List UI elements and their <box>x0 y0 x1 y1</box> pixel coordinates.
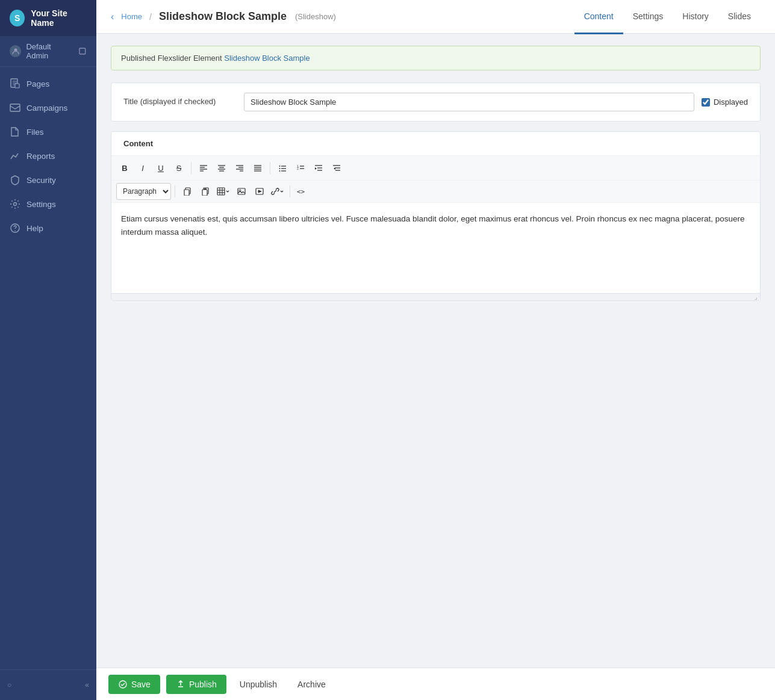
sidebar-nav: Pages Campaigns Files Reports Security <box>0 67 96 669</box>
unpublish-button[interactable]: Unpublish <box>232 675 284 694</box>
svg-rect-44 <box>217 188 225 195</box>
sidebar: S Your Site Name Default Admin Pages Cam… <box>0 0 96 700</box>
archive-button[interactable]: Archive <box>290 675 333 694</box>
sidebar-footer: ○ « <box>0 676 96 694</box>
toolbar-justify-btn[interactable] <box>249 160 266 176</box>
tab-history[interactable]: History <box>673 1 718 34</box>
toolbar-table-btn[interactable] <box>215 183 232 200</box>
sidebar-item-security[interactable]: Security <box>0 168 96 192</box>
sidebar-item-settings[interactable]: Settings <box>0 192 96 216</box>
security-icon <box>10 175 20 185</box>
title-form-section: Title (displayed if checked) Displayed <box>111 82 761 122</box>
tab-settings[interactable]: Settings <box>623 1 673 34</box>
back-button[interactable]: ‹ <box>111 11 114 22</box>
logo-icon: S <box>10 10 25 26</box>
toolbar-bold-btn[interactable]: B <box>116 160 133 176</box>
sidebar-item-reports[interactable]: Reports <box>0 144 96 168</box>
publish-button[interactable]: Publish <box>166 675 226 694</box>
toolbar-media-btn[interactable] <box>251 183 268 200</box>
svg-point-7 <box>14 231 16 232</box>
toolbar-ul-btn[interactable] <box>274 160 291 176</box>
toolbar-sep1 <box>191 162 191 174</box>
svg-text:2.: 2. <box>297 167 299 170</box>
tab-content[interactable]: Content <box>574 1 623 34</box>
title-input-area: Displayed <box>244 93 748 111</box>
toolbar-copy-btn[interactable] <box>179 183 196 200</box>
save-button[interactable]: Save <box>108 675 160 694</box>
header-left: ‹ Home / Slideshow Block Sample (Slidesh… <box>111 10 336 23</box>
title-field-label: Title (displayed if checked) <box>123 96 244 107</box>
sidebar-logo: S Your Site Name <box>0 0 96 36</box>
svg-point-24 <box>279 166 281 167</box>
breadcrumb-home[interactable]: Home <box>121 12 142 21</box>
editor-body[interactable]: Etiam cursus venenatis est, quis accumsa… <box>111 203 760 293</box>
campaigns-label: Campaigns <box>26 104 67 113</box>
reports-icon <box>10 150 20 161</box>
header-tabs: Content Settings History Slides <box>574 0 761 34</box>
banner-prefix: Published Flexslider Element <box>121 54 222 63</box>
main-area: ‹ Home / Slideshow Block Sample (Slidesh… <box>96 0 775 700</box>
toolbar-source-btn[interactable]: <> <box>294 183 308 200</box>
pages-icon <box>10 78 20 89</box>
svg-rect-3 <box>15 84 19 88</box>
toolbar-sep2 <box>270 162 270 174</box>
content-area: Published Flexslider Element Slideshow B… <box>96 34 775 667</box>
sidebar-bottom: ○ « <box>0 669 96 700</box>
title-input[interactable] <box>244 93 694 111</box>
sidebar-loading-indicator: ○ <box>7 681 11 689</box>
pages-label: Pages <box>26 79 49 88</box>
help-icon <box>10 223 20 234</box>
toolbar-ol-btn[interactable]: 1.2. <box>292 160 309 176</box>
sidebar-item-campaigns[interactable]: Campaigns <box>0 96 96 120</box>
editor-content-text: Etiam cursus venenatis est, quis accumsa… <box>121 214 745 237</box>
top-header: ‹ Home / Slideshow Block Sample (Slidesh… <box>96 0 775 34</box>
toolbar-align-center-btn[interactable] <box>213 160 230 176</box>
paragraph-select[interactable]: Paragraph Heading 1 Heading 2 Heading 3 <box>116 183 171 200</box>
toolbar-outdent-btn[interactable] <box>328 160 345 176</box>
settings-icon <box>10 199 20 209</box>
campaigns-icon <box>10 102 20 113</box>
svg-rect-41 <box>184 190 189 196</box>
bottom-bar: Save Publish Unpublish Archive <box>96 667 775 700</box>
sidebar-user[interactable]: Default Admin <box>0 36 96 67</box>
sidebar-item-pages[interactable]: Pages <box>0 72 96 96</box>
svg-rect-49 <box>238 188 245 194</box>
sidebar-collapse-btn[interactable]: « <box>85 681 89 689</box>
toolbar-strikethrough-btn[interactable]: S <box>170 160 187 176</box>
toolbar-sep3 <box>175 185 175 197</box>
svg-point-53 <box>119 681 126 688</box>
page-subtitle: (Slideshow) <box>295 12 336 21</box>
svg-rect-1 <box>79 48 86 54</box>
toolbar-underline-btn[interactable]: U <box>152 160 169 176</box>
security-label: Security <box>26 176 56 185</box>
reports-label: Reports <box>26 152 55 161</box>
toolbar-indent-btn[interactable] <box>310 160 327 176</box>
editor-section-header: Content <box>111 132 760 156</box>
title-form-row: Title (displayed if checked) Displayed <box>111 83 760 121</box>
displayed-checkbox[interactable] <box>702 98 710 107</box>
toolbar-align-left-btn[interactable] <box>195 160 212 176</box>
publish-icon <box>176 680 185 689</box>
sidebar-item-files[interactable]: Files <box>0 120 96 144</box>
published-banner: Published Flexslider Element Slideshow B… <box>111 46 761 70</box>
toolbar-paste-btn[interactable] <box>197 183 214 200</box>
toolbar-italic-btn[interactable]: I <box>134 160 151 176</box>
displayed-checkbox-group: Displayed <box>702 98 748 107</box>
save-icon <box>118 680 128 689</box>
toolbar-link-btn[interactable] <box>269 183 286 200</box>
banner-link[interactable]: Slideshow Block Sample <box>224 54 310 63</box>
svg-rect-43 <box>202 190 207 196</box>
user-name-label: Default Admin <box>26 42 73 60</box>
page-title: Slideshow Block Sample <box>159 10 287 23</box>
user-settings-icon <box>78 47 87 55</box>
toolbar-align-right-btn[interactable] <box>231 160 248 176</box>
editor-section: Content B I U S <box>111 131 761 301</box>
sidebar-item-help[interactable]: Help <box>0 216 96 240</box>
help-label: Help <box>26 224 43 233</box>
files-icon <box>10 126 20 137</box>
editor-resize-handle[interactable]: ⌟ <box>111 293 760 300</box>
toolbar-image-btn[interactable] <box>233 183 250 200</box>
editor-toolbar-row2: Paragraph Heading 1 Heading 2 Heading 3 <box>111 181 760 203</box>
tab-slides[interactable]: Slides <box>718 1 761 34</box>
editor-toolbar-row1: B I U S <box>111 156 760 181</box>
